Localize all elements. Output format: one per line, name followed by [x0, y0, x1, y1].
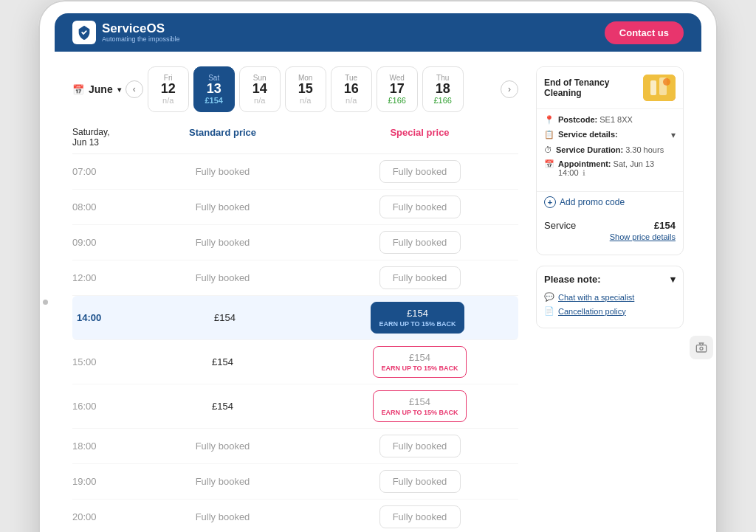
month-label: June: [89, 83, 113, 95]
info-icon: ℹ: [583, 169, 585, 177]
service-thumbnail: [643, 75, 676, 101]
date-pill-tue16[interactable]: Tue 16 n/a: [331, 66, 372, 112]
svg-rect-3: [650, 80, 656, 95]
table-row: 07:00 Fully booked Fully booked: [72, 154, 518, 190]
cancellation-policy-link[interactable]: 📄 Cancellation policy: [544, 306, 676, 316]
prev-arrow[interactable]: ‹: [126, 80, 143, 98]
date-pill-sun14[interactable]: Sun 14 n/a: [239, 66, 281, 112]
promo-label: Add promo code: [560, 197, 625, 207]
clipboard-icon: 📋: [544, 130, 554, 139]
date-pill-wed17[interactable]: Wed 17 £166: [377, 66, 418, 112]
promo-row[interactable]: + Add promo code: [537, 191, 683, 213]
show-price-details-link[interactable]: Show price details: [544, 232, 676, 241]
main-content: 📅 June ▾ ‹ Fri 12 n/a Sat 13: [55, 52, 701, 532]
right-panel: End of Tenancy Cleaning: [536, 66, 684, 532]
special-btn-1500[interactable]: £154EARN UP TO 15% BACK: [373, 346, 466, 378]
chat-specialist-link[interactable]: 💬 Chat with a specialist: [544, 292, 676, 302]
date-pill-fri12[interactable]: Fri 12 n/a: [148, 66, 189, 112]
policy-icon: 📄: [544, 306, 554, 316]
table-row: 16:00 £154 £154EARN UP TO 15% BACK: [72, 384, 518, 429]
please-note-section: Please note: ▾ 💬 Chat with a specialist …: [536, 266, 684, 328]
service-card: End of Tenancy Cleaning: [536, 66, 684, 255]
svg-point-1: [700, 347, 703, 350]
chat-icon: 💬: [544, 292, 554, 302]
standard-header: Standard price: [124, 127, 321, 148]
table-row: 19:00 Fully booked Fully booked: [72, 464, 518, 500]
special-btn-2000[interactable]: Fully booked: [379, 505, 461, 528]
special-btn-1200[interactable]: Fully booked: [379, 266, 461, 289]
app-name: ServiceOS: [102, 22, 180, 36]
app-tagline: Automating the impossible: [102, 35, 180, 43]
special-btn-0800[interactable]: Fully booked: [379, 196, 461, 218]
table-row: 08:00 Fully booked Fully booked: [72, 190, 518, 225]
table-row: 18:00 Fully booked Fully booked: [72, 429, 518, 464]
logo: ServiceOS Automating the impossible: [72, 21, 180, 44]
logo-icon: [72, 21, 96, 44]
date-pill-thu18[interactable]: Thu 18 £166: [422, 66, 464, 112]
special-btn-0900[interactable]: Fully booked: [379, 231, 461, 254]
table-row: 20:00 Fully booked Fully booked: [72, 500, 518, 532]
date-pill-mon15[interactable]: Mon 15 n/a: [285, 66, 326, 112]
please-note-header[interactable]: Please note: ▾: [544, 274, 676, 285]
svg-point-5: [663, 78, 670, 86]
date-header: Saturday, Jun 13: [72, 127, 109, 148]
date-pill-sat13[interactable]: Sat 13 £154: [193, 66, 235, 112]
special-header: Special price: [321, 127, 518, 148]
camera-icon: [690, 336, 713, 359]
special-btn-1400[interactable]: £154EARN UP TO 15% BACK: [371, 302, 464, 334]
calendar-icon: 📅: [544, 159, 554, 169]
date-pills: Fri 12 n/a Sat 13 £154 Sun 14 n/a: [148, 66, 496, 112]
left-panel: 📅 June ▾ ‹ Fri 12 n/a Sat 13: [72, 66, 518, 532]
svg-rect-0: [696, 345, 706, 351]
clock-icon: ⏱: [544, 145, 552, 154]
table-row-selected: 14:00 £154 £154EARN UP TO 15% BACK: [72, 296, 518, 340]
contact-button[interactable]: Contact us: [605, 21, 684, 44]
table-header: Saturday, Jun 13 Standard price Special …: [72, 122, 518, 154]
table-row: 12:00 Fully booked Fully booked: [72, 260, 518, 296]
special-btn-1900[interactable]: Fully booked: [379, 470, 461, 493]
chevron-down-icon: ▾: [117, 86, 121, 94]
chevron-down-icon: ▾: [670, 274, 676, 285]
special-btn-1600[interactable]: £154EARN UP TO 15% BACK: [373, 390, 466, 422]
service-price-row: Service £154: [544, 215, 676, 232]
service-title: End of Tenancy Cleaning: [544, 77, 637, 98]
time-table: Saturday, Jun 13 Standard price Special …: [72, 122, 518, 532]
header: ServiceOS Automating the impossible Cont…: [55, 13, 701, 52]
location-icon: 📍: [544, 115, 554, 125]
special-btn-0700[interactable]: Fully booked: [379, 160, 461, 183]
calendar-header: 📅 June ▾ ‹ Fri 12 n/a Sat 13: [72, 66, 518, 112]
special-btn-1800[interactable]: Fully booked: [379, 435, 461, 457]
scroll-indicator: [43, 300, 48, 305]
table-row: 15:00 £154 £154EARN UP TO 15% BACK: [72, 340, 518, 384]
next-arrow[interactable]: ›: [501, 80, 518, 98]
chevron-down-icon[interactable]: ▾: [671, 130, 676, 140]
service-info: 📍 Postcode: SE1 8XX 📋 Service details: ▾…: [537, 108, 683, 188]
month-selector[interactable]: 📅 June ▾: [72, 83, 121, 95]
plus-icon: +: [544, 196, 556, 208]
table-row: 09:00 Fully booked Fully booked: [72, 225, 518, 260]
